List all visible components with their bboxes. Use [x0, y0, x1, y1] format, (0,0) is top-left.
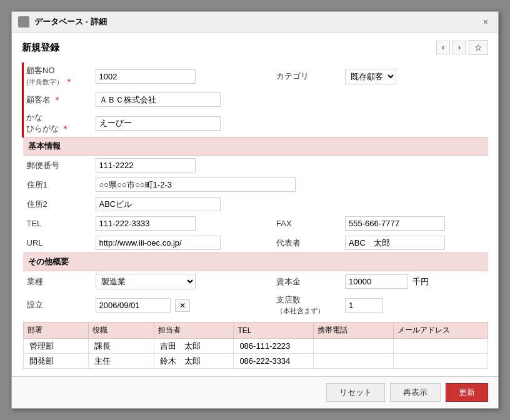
- label-daihyo: 代表者: [272, 233, 341, 253]
- shihonkin-unit: 千円: [412, 277, 429, 286]
- dialog-title: データベース - 詳細: [34, 16, 107, 28]
- contact-row: [23, 339, 488, 354]
- row-postal: 郵便番号: [23, 156, 489, 176]
- col-busho: 部署: [23, 322, 89, 339]
- contact-busho-input[interactable]: [28, 341, 85, 351]
- row-customer-no: 顧客NO (半角数字） ＊ カテゴリ 既存顧客: [23, 62, 489, 90]
- customer-no-input[interactable]: [96, 69, 196, 84]
- url-input[interactable]: [96, 236, 221, 250]
- label-tel: TEL: [23, 214, 92, 233]
- row-kana: かなひらがな ＊: [23, 109, 489, 138]
- fax-input[interactable]: [345, 216, 445, 231]
- contact-mobile-input[interactable]: [318, 356, 389, 366]
- row-url-daihyo: URL 代表者: [23, 233, 489, 253]
- col-tantosho: 担当者: [154, 322, 234, 339]
- address2-input[interactable]: [96, 197, 221, 211]
- label-shiten: 支店数（本社含まず）: [272, 292, 341, 318]
- label-gyoshu: 業種: [23, 271, 92, 292]
- dialog: データベース - 詳細 × 新規登録 ‹ › ☆ 顧客NO (半角数字） ＊: [11, 11, 499, 409]
- dialog-content: 新規登録 ‹ › ☆ 顧客NO (半角数字） ＊: [12, 32, 498, 376]
- contact-header-row: 部署 役職 担当者 TEL 携帯電話 メールアドレス: [23, 322, 488, 339]
- label-fax: FAX: [272, 214, 341, 233]
- setsuritsu-input[interactable]: [96, 298, 171, 312]
- contact-email-input[interactable]: [398, 341, 484, 351]
- section-other-label: その他概要: [23, 253, 489, 271]
- toolbar-nav: ‹ › ☆: [436, 40, 488, 55]
- section-other-header: その他概要: [23, 253, 489, 271]
- label-address2: 住所2: [23, 194, 92, 214]
- category-select[interactable]: 既存顧客: [345, 69, 396, 84]
- nav-next-button[interactable]: ›: [452, 41, 466, 54]
- label-address1: 住所1: [23, 175, 92, 194]
- contact-mobile-input[interactable]: [318, 341, 389, 351]
- row-contact-table: 部署 役職 担当者 TEL 携帯電話 メールアドレス: [23, 318, 489, 369]
- row-customer-name: 顧客名 ＊: [23, 90, 489, 109]
- gyoshu-select[interactable]: 製造業: [96, 274, 196, 289]
- favorite-button[interactable]: ☆: [469, 40, 488, 55]
- reset-button[interactable]: リセット: [326, 383, 385, 402]
- label-setsuritsu: 設立: [23, 292, 92, 318]
- contact-yakushoku-input[interactable]: [92, 341, 150, 351]
- label-shihonkin: 資本金: [272, 271, 341, 292]
- title-bar-left: データベース - 詳細: [18, 16, 107, 28]
- contact-tel-input[interactable]: [238, 341, 309, 351]
- title-bar: データベース - 詳細 ×: [12, 12, 498, 32]
- reload-button[interactable]: 再表示: [390, 383, 441, 402]
- contact-yakushoku-input[interactable]: [92, 356, 150, 366]
- row-address2: 住所2: [23, 194, 489, 214]
- nav-prev-button[interactable]: ‹: [436, 41, 450, 54]
- col-tel: TEL: [234, 322, 314, 339]
- row-gyoshu-shihon: 業種 製造業 資本金 千円: [23, 271, 489, 292]
- contact-row: [23, 354, 488, 369]
- col-email: メールアドレス: [393, 322, 488, 339]
- update-button[interactable]: 更新: [446, 383, 488, 402]
- section-basic-header: 基本情報: [23, 138, 489, 156]
- label-customer-name: 顧客名 ＊: [23, 90, 92, 109]
- shihonkin-input[interactable]: [345, 274, 408, 289]
- col-yakushoku: 役職: [89, 322, 154, 339]
- label-url: URL: [23, 233, 92, 253]
- postal-input[interactable]: [96, 158, 196, 172]
- kana-input[interactable]: [96, 116, 221, 131]
- customer-name-input[interactable]: [96, 92, 221, 107]
- contact-busho-input[interactable]: [28, 356, 85, 366]
- row-address1: 住所1: [23, 175, 489, 194]
- page-title: 新規登録: [22, 42, 59, 54]
- row-setsuritsu-shiten: 設立 ✕ 支店数（本社含まず）: [23, 292, 489, 318]
- dialog-footer: リセット 再表示 更新: [12, 376, 498, 408]
- col-mobile: 携帯電話: [314, 322, 394, 339]
- tel-input[interactable]: [96, 216, 196, 231]
- label-postal: 郵便番号: [23, 156, 92, 176]
- db-icon: [18, 16, 29, 28]
- label-customer-no: 顧客NO (半角数字） ＊: [23, 62, 92, 90]
- section-basic-label: 基本情報: [23, 138, 489, 156]
- contact-table: 部署 役職 担当者 TEL 携帯電話 メールアドレス: [23, 322, 489, 369]
- contact-tel-input[interactable]: [238, 356, 309, 366]
- shiten-input[interactable]: [345, 298, 382, 312]
- label-category: カテゴリ: [272, 62, 341, 90]
- contact-email-input[interactable]: [398, 356, 484, 366]
- row-tel-fax: TEL FAX: [23, 214, 489, 233]
- daihyo-input[interactable]: [345, 236, 445, 250]
- setsuritsu-clear-button[interactable]: ✕: [175, 299, 190, 312]
- close-button[interactable]: ×: [479, 16, 492, 28]
- form-table: 顧客NO (半角数字） ＊ カテゴリ 既存顧客: [22, 62, 488, 369]
- address1-input[interactable]: [96, 178, 296, 192]
- contact-tantosho-input[interactable]: [158, 356, 230, 366]
- label-kana: かなひらがな ＊: [23, 109, 92, 138]
- contact-tantosho-input[interactable]: [158, 341, 230, 351]
- toolbar: 新規登録 ‹ › ☆: [22, 40, 488, 55]
